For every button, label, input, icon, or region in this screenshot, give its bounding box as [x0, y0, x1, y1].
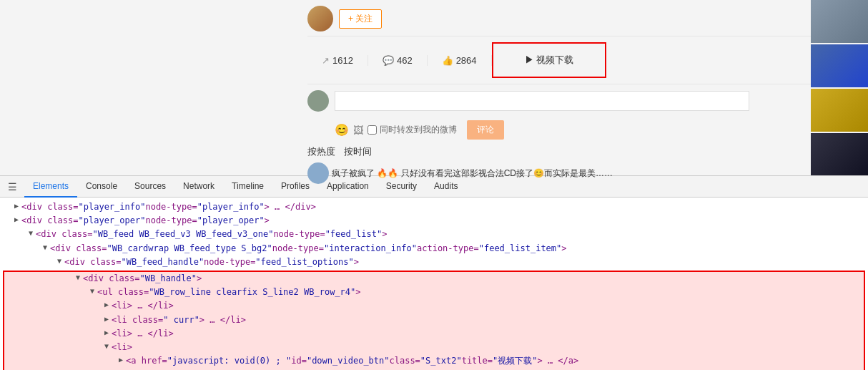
- code-line-5[interactable]: ▼ <div class= "WB_feed_handle" node-type…: [0, 255, 868, 269]
- right-thumbnails: [811, 0, 868, 175]
- stats-row: ↗ 1612 💬 462 👍 2864 ▶ 视频下载: [307, 36, 868, 84]
- sort-row: 按热度 按时间: [307, 142, 868, 161]
- profile-row: + 关注: [307, 0, 868, 36]
- expand-arrow-special[interactable]: ▶: [119, 354, 123, 366]
- expand-arrow-4[interactable]: ▼: [43, 242, 47, 253]
- tab-sources[interactable]: Sources: [126, 176, 174, 198]
- weibo-main-content: + 关注 ↗ 1612 💬 462 👍 2864 ▶ 视频下载: [0, 0, 868, 175]
- weibo-content-area: ◀ + 关注 ↗ 1612 💬 462 👍 2864 ▶ 视频: [0, 0, 868, 175]
- comment-stat: 💬 462: [368, 55, 428, 66]
- tab-console[interactable]: Console: [77, 176, 126, 198]
- follow-button[interactable]: + 关注: [339, 9, 382, 29]
- tab-timeline[interactable]: Timeline: [223, 176, 272, 198]
- thumbnail-2[interactable]: [811, 44, 868, 87]
- expand-arrow-11[interactable]: ▼: [104, 341, 109, 352]
- code-line-8[interactable]: ▶ <li> … </li>: [4, 299, 864, 313]
- emoji-tools-row: 😊 🖼 同时转发到我的微博 评论: [307, 117, 868, 142]
- repost-icon: ↗: [322, 55, 330, 66]
- comment-preview-text: 疯子被疯了 🔥🔥 只好没有看完这部影视合法CD接了😊而实际是最美……: [332, 167, 613, 180]
- thumbnail-1[interactable]: [811, 0, 868, 43]
- video-download-area[interactable]: ▶ 视频下载: [492, 42, 607, 78]
- thumbnail-3[interactable]: [811, 89, 868, 132]
- comment-avatar: [307, 90, 329, 112]
- code-line-11[interactable]: ▼ <li>: [4, 341, 864, 354]
- sync-checkbox[interactable]: [368, 125, 377, 135]
- expand-arrow-5[interactable]: ▼: [57, 255, 61, 267]
- code-area[interactable]: ▶ <div class= "player_info" node-type= "…: [0, 198, 868, 370]
- repost-stat: ↗ 1612: [307, 55, 368, 66]
- tab-elements[interactable]: Elements: [24, 176, 77, 198]
- like-count: 2864: [456, 55, 477, 66]
- expand-arrow-3[interactable]: ▼: [29, 228, 33, 239]
- code-line-10[interactable]: ▶ <li> … </li>: [4, 327, 864, 341]
- comment-row: [307, 84, 868, 117]
- code-line-2[interactable]: ▶ <div class= "player_oper" node-type= "…: [0, 214, 868, 228]
- image-button[interactable]: 🖼: [353, 125, 363, 136]
- like-stat: 👍 2864: [428, 55, 492, 66]
- expand-arrow-1[interactable]: ▶: [14, 200, 19, 212]
- highlight-box: ▼ <div class= "WB_handle"> ▼ <ul class= …: [3, 271, 865, 370]
- video-download-button[interactable]: ▶ 视频下载: [512, 49, 587, 71]
- expand-arrow-6[interactable]: ▼: [76, 272, 80, 283]
- thumbnail-4[interactable]: [811, 133, 868, 175]
- devtools-menu-icon[interactable]: ☰: [3, 177, 21, 196]
- expand-arrow-7[interactable]: ▼: [90, 286, 94, 297]
- code-line-1[interactable]: ▶ <div class= "player_info" node-type= "…: [0, 200, 868, 214]
- code-line-special[interactable]: ▶ <a href= "javascript: void(0) ; " id= …: [4, 354, 864, 368]
- code-line-9[interactable]: ▶ <li class= " curr"> … </li>: [4, 313, 864, 327]
- expand-arrow-10[interactable]: ▶: [104, 327, 109, 339]
- expand-arrow-2[interactable]: ▶: [14, 214, 19, 225]
- comment-count: 462: [397, 55, 413, 66]
- code-line-7[interactable]: ▼ <ul class= "WB_row_line clearfix S_lin…: [4, 286, 864, 299]
- comment-input[interactable]: [335, 91, 749, 111]
- code-line-6[interactable]: ▼ <div class= "WB_handle">: [4, 272, 864, 286]
- sync-text: 同时转发到我的微博: [380, 124, 457, 136]
- like-icon: 👍: [442, 55, 453, 66]
- repost-count: 1612: [332, 55, 353, 66]
- submit-comment-button[interactable]: 评论: [467, 120, 504, 140]
- sort-by-heat-button[interactable]: 按热度: [307, 145, 335, 158]
- avatar: [307, 6, 333, 31]
- code-line-3[interactable]: ▼ <div class= "WB_feed WB_feed_v3 WB_fee…: [0, 228, 868, 241]
- code-line-4[interactable]: ▼ <div class= "WB_cardwrap WB_feed_type …: [0, 242, 868, 255]
- expand-arrow-8[interactable]: ▶: [104, 299, 109, 311]
- sync-label[interactable]: 同时转发到我的微博: [368, 124, 457, 136]
- emoji-button[interactable]: 😊: [335, 123, 349, 137]
- comment-icon: 💬: [383, 55, 394, 66]
- sort-by-time-button[interactable]: 按时间: [344, 145, 372, 158]
- expand-arrow-9[interactable]: ▶: [104, 313, 109, 325]
- tab-network[interactable]: Network: [174, 176, 223, 198]
- devtools-panel: ☰ Elements Console Sources Network Timel…: [0, 175, 868, 370]
- commenter-avatar: [307, 162, 329, 184]
